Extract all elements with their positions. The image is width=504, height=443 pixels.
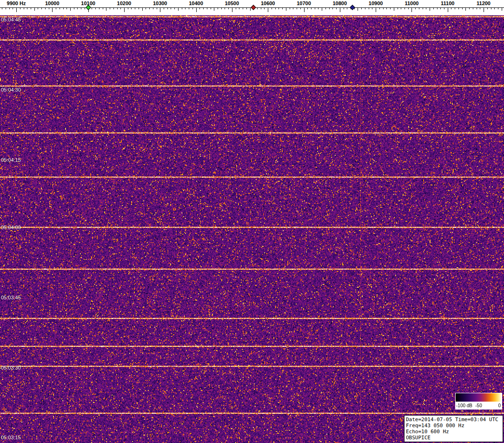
info-line-date: Date=2014-07-05 Time=03:04 UTC — [406, 417, 501, 423]
scale-tick — [411, 7, 412, 12]
scale-tick — [358, 7, 358, 11]
scale-tick — [390, 7, 391, 9]
scale-tick — [142, 7, 143, 11]
scale-tick — [99, 7, 99, 9]
scale-tick — [282, 7, 283, 9]
scale-tick — [174, 7, 175, 9]
waterfall-area: 05:04:4505:04:3005:04:1505:04:0005:03:45… — [0, 15, 504, 443]
scale-tick — [300, 7, 301, 9]
scale-tick — [398, 7, 398, 9]
scale-tick — [120, 7, 121, 9]
frequency-scale[interactable]: 9900 Hz100001010010200103001040010500106… — [0, 0, 504, 15]
legend-label-min: -100 dB — [456, 402, 472, 410]
scale-tick — [225, 7, 225, 9]
scale-tick — [207, 7, 207, 9]
scale-tick — [9, 7, 10, 9]
freq-scale-label: 10200 — [117, 0, 132, 6]
scale-tick — [110, 7, 110, 9]
scale-tick — [379, 7, 380, 9]
time-label: 05:04:30 — [1, 87, 21, 93]
scale-tick — [408, 7, 409, 9]
scale-tick — [318, 7, 318, 9]
scale-tick — [6, 7, 6, 9]
scale-tick — [95, 7, 96, 9]
scale-tick — [484, 7, 484, 12]
scale-tick — [423, 7, 423, 9]
amplitude-legend: -100 dB -50 0 — [455, 393, 502, 410]
scale-tick — [293, 7, 293, 9]
scale-tick — [437, 7, 438, 9]
scale-tick — [131, 7, 132, 9]
scale-tick — [405, 7, 405, 9]
scale-tick — [264, 7, 265, 9]
scale-tick — [81, 7, 81, 9]
scale-tick — [103, 7, 103, 9]
scale-tick — [455, 7, 455, 9]
scale-tick — [171, 7, 171, 9]
scale-tick — [167, 7, 168, 9]
scale-tick — [203, 7, 204, 9]
scale-tick — [70, 7, 71, 11]
scale-tick — [336, 7, 337, 9]
scale-tick — [480, 7, 480, 9]
time-label: 05:04:00 — [1, 225, 21, 230]
scale-tick — [135, 7, 135, 9]
scale-tick — [297, 7, 297, 9]
scale-tick — [214, 7, 214, 11]
scale-tick — [221, 7, 222, 9]
scale-tick — [394, 7, 394, 11]
legend-label-max: 0 — [498, 402, 501, 410]
scale-tick — [199, 7, 200, 9]
scale-tick — [236, 7, 236, 9]
scale-tick — [49, 7, 49, 9]
freq-scale-label: 10300 — [153, 0, 167, 6]
scale-tick — [257, 7, 258, 9]
scale-tick — [307, 7, 308, 9]
info-line-echo: Echo=10 600 Hz — [406, 429, 501, 435]
scale-tick — [60, 7, 60, 9]
scale-tick — [128, 7, 128, 9]
scale-tick — [433, 7, 434, 9]
freq-scale-label: 10900 — [369, 0, 383, 6]
scale-tick — [250, 7, 251, 11]
scale-tick — [440, 7, 441, 9]
scale-tick — [2, 7, 2, 9]
scale-tick — [304, 7, 305, 12]
scale-tick — [74, 7, 74, 9]
scale-tick — [13, 7, 13, 9]
legend-label-mid: -50 — [475, 402, 482, 410]
scale-tick — [376, 7, 376, 12]
scale-tick — [344, 7, 344, 9]
scale-tick — [182, 7, 182, 9]
scale-tick — [419, 7, 419, 9]
scale-tick — [286, 7, 286, 11]
freq-scale-label: 11000 — [405, 0, 418, 6]
scale-tick — [85, 7, 85, 9]
scale-tick — [275, 7, 276, 9]
scale-tick — [45, 7, 46, 9]
scale-tick — [279, 7, 279, 9]
freq-scale-label: 11200 — [477, 0, 491, 6]
scale-tick — [41, 7, 42, 9]
scale-tick — [487, 7, 488, 9]
scale-tick — [491, 7, 491, 9]
scale-tick — [16, 7, 17, 12]
scale-tick — [426, 7, 426, 9]
spectrogram-canvas[interactable] — [0, 15, 504, 443]
scale-tick — [27, 7, 27, 9]
scale-tick — [160, 7, 160, 12]
scale-tick — [458, 7, 459, 9]
scale-tick — [34, 7, 35, 11]
freq-scale-label: 10500 — [225, 0, 239, 6]
marker-diamond-red[interactable] — [251, 5, 256, 10]
scale-tick — [494, 7, 495, 9]
color-gradient-bar — [455, 393, 502, 402]
scale-tick — [473, 7, 473, 9]
time-label: 05:04:45 — [1, 17, 21, 22]
scale-tick — [415, 7, 416, 9]
scale-tick — [124, 7, 125, 12]
scale-tick — [444, 7, 444, 9]
freq-scale-label: 10000 — [45, 0, 60, 6]
time-label: 05:03:15 — [1, 435, 21, 440]
scale-tick — [243, 7, 243, 9]
